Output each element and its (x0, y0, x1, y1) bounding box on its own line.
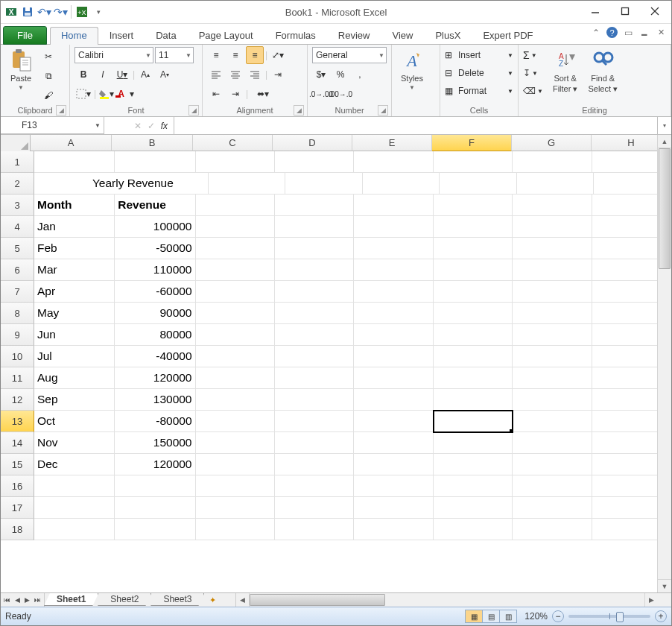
cell-G4[interactable] (513, 216, 592, 238)
file-tab[interactable]: File (3, 26, 47, 45)
help-icon[interactable]: ? (606, 27, 618, 38)
cell-C16[interactable] (196, 475, 275, 497)
decrease-indent-icon[interactable]: ⇤ (207, 85, 225, 103)
cell-C5[interactable] (196, 238, 275, 259)
cell-E4[interactable] (354, 216, 433, 238)
bold-button[interactable]: B (75, 66, 92, 83)
align-middle-icon[interactable]: ≡ (226, 46, 244, 64)
cell-F4[interactable] (434, 216, 513, 238)
cell-A17[interactable] (34, 497, 115, 519)
cell-B5[interactable]: -50000 (115, 238, 195, 259)
column-header-F[interactable]: F (432, 135, 512, 151)
cell-A4[interactable]: Jan (34, 216, 115, 238)
cell-A2[interactable]: Yearly Revenue (34, 173, 209, 195)
fill-icon[interactable]: ↧▼ (523, 64, 543, 82)
borders-icon[interactable]: ▾ (75, 85, 92, 103)
cell-F2[interactable] (440, 173, 517, 195)
enter-formula-icon[interactable]: ✓ (148, 121, 155, 131)
cell-C1[interactable] (196, 151, 275, 173)
shrink-font-icon[interactable]: A▾ (156, 66, 174, 83)
fill-color-icon[interactable]: ▾ (98, 85, 115, 103)
cell-E1[interactable] (354, 151, 433, 173)
row-header-1[interactable]: 1 (1, 151, 34, 173)
tab-page-layout[interactable]: Page Layout (188, 27, 264, 45)
select-all-button[interactable] (1, 135, 31, 152)
cell-B18[interactable] (115, 519, 195, 540)
accounting-icon[interactable]: $▾ (312, 66, 330, 83)
cell-B1[interactable] (115, 151, 195, 173)
zoom-in-icon[interactable]: + (655, 610, 667, 622)
sheet-tab-sheet2[interactable]: Sheet2 (98, 593, 151, 606)
cell-C15[interactable] (196, 454, 275, 475)
cell-B13[interactable]: -80000 (115, 411, 195, 432)
font-name-combo[interactable]: Calibri▼ (75, 47, 153, 63)
window-min-icon[interactable]: 🗕 (638, 28, 650, 38)
cell-B14[interactable]: 150000 (115, 432, 195, 454)
cell-A12[interactable]: Sep (34, 389, 115, 411)
cell-E13[interactable] (354, 411, 433, 432)
scroll-thumb-h[interactable] (250, 594, 385, 606)
cell-F7[interactable] (434, 281, 513, 303)
cell-C8[interactable] (196, 303, 275, 324)
cell-D9[interactable] (275, 324, 354, 346)
tab-insert[interactable]: Insert (98, 27, 145, 45)
cell-E2[interactable] (363, 173, 440, 195)
cut-icon[interactable]: ✂ (39, 48, 57, 66)
new-sheet-icon[interactable]: ✦ (204, 593, 221, 607)
cell-G2[interactable] (517, 173, 595, 195)
cell-B12[interactable]: 130000 (115, 389, 195, 411)
cell-A15[interactable]: Dec (34, 454, 115, 475)
column-header-G[interactable]: G (512, 135, 592, 151)
cell-E9[interactable] (354, 324, 433, 346)
cell-B10[interactable]: -40000 (115, 346, 195, 367)
cell-C17[interactable] (196, 497, 275, 519)
paste-button[interactable]: Paste ▼ (5, 46, 37, 93)
cell-G17[interactable] (513, 497, 592, 519)
cell-E8[interactable] (354, 303, 433, 324)
cell-E6[interactable] (354, 259, 433, 281)
tab-data[interactable]: Data (145, 27, 187, 45)
cell-F10[interactable] (434, 346, 513, 367)
cell-G14[interactable] (513, 432, 592, 454)
tab-review[interactable]: Review (327, 27, 381, 45)
copy-icon[interactable]: ⧉ (39, 67, 57, 85)
orientation-icon[interactable]: ⤢▾ (269, 46, 287, 64)
close-button[interactable] (640, 1, 670, 22)
cell-A6[interactable]: Mar (34, 259, 115, 281)
save-icon[interactable] (20, 4, 35, 19)
ribbon-minimize-icon[interactable]: ⌃ (590, 28, 602, 38)
row-header-13[interactable]: 13 (1, 411, 34, 432)
cell-A7[interactable]: Apr (34, 281, 115, 303)
cell-A1[interactable] (34, 151, 115, 173)
cell-D5[interactable] (275, 238, 354, 259)
cell-G5[interactable] (513, 238, 592, 259)
cell-A3[interactable]: Month (34, 195, 115, 216)
row-header-9[interactable]: 9 (1, 324, 34, 346)
format-cells-button[interactable]: ▦Format▼ (445, 82, 513, 100)
row-header-2[interactable]: 2 (1, 173, 34, 195)
scroll-down-icon[interactable]: ▼ (658, 579, 671, 592)
cell-B11[interactable]: 120000 (115, 367, 195, 389)
maximize-button[interactable] (610, 1, 640, 22)
cell-G16[interactable] (513, 475, 592, 497)
scroll-thumb-v[interactable] (659, 148, 671, 269)
row-header-6[interactable]: 6 (1, 259, 34, 281)
formula-bar-expand-icon[interactable]: ▾ (657, 117, 671, 134)
row-header-4[interactable]: 4 (1, 216, 34, 238)
cell-A13[interactable]: Oct (34, 411, 115, 432)
cell-E11[interactable] (354, 367, 433, 389)
cell-F16[interactable] (434, 475, 513, 497)
zoom-out-icon[interactable]: − (552, 610, 564, 622)
autosum-icon[interactable]: Σ▼ (523, 46, 543, 64)
qat-customize-icon[interactable]: ▾ (91, 4, 106, 19)
cell-E3[interactable] (354, 195, 433, 216)
row-header-12[interactable]: 12 (1, 389, 34, 411)
sheet-last-icon[interactable]: ⏭ (34, 596, 41, 604)
plusx-qat-icon[interactable]: +X (75, 4, 89, 19)
row-header-15[interactable]: 15 (1, 454, 34, 475)
cell-A10[interactable]: Jul (34, 346, 115, 367)
row-header-3[interactable]: 3 (1, 195, 34, 216)
cell-F14[interactable] (434, 432, 513, 454)
cell-F18[interactable] (434, 519, 513, 540)
cell-F6[interactable] (434, 259, 513, 281)
